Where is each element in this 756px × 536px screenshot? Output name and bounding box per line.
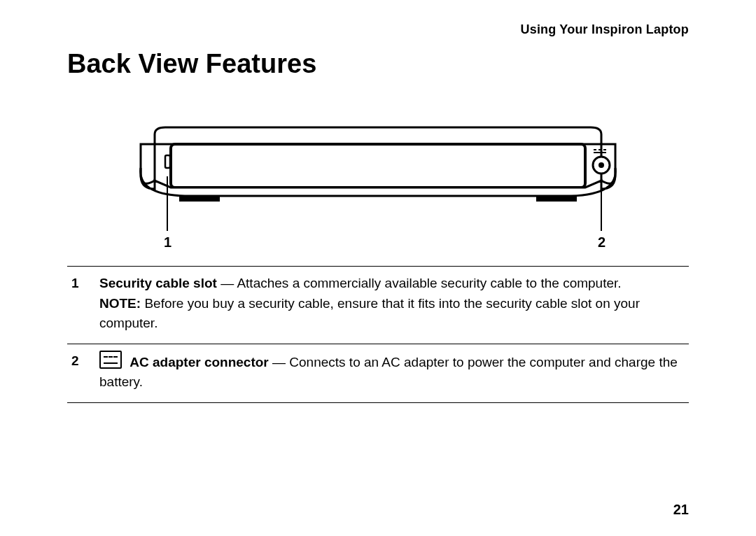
feature-desc: Security cable slot — Attaches a commerc…: [95, 267, 689, 344]
feature-number: 1: [67, 267, 95, 344]
laptop-back-svg: [67, 119, 689, 259]
back-view-diagram: 1 2: [67, 119, 689, 259]
callout-2: 2: [598, 234, 606, 251]
note-text: Before you buy a security cable, ensure …: [99, 296, 640, 331]
svg-point-5: [598, 162, 604, 168]
feature-table: 1 Security cable slot — Attaches a comme…: [67, 266, 689, 403]
svg-rect-2: [536, 196, 577, 202]
page-number: 21: [673, 502, 689, 518]
feature-term: Security cable slot: [99, 276, 217, 290]
running-header: Using Your Inspiron Laptop: [520, 22, 689, 37]
manual-page: Using Your Inspiron Laptop Back View Fea…: [0, 0, 756, 536]
feature-row: 2 AC adapter connector — Connects to an …: [67, 344, 689, 402]
feature-desc: AC adapter connector — Connects to an AC…: [95, 344, 689, 402]
callout-1: 1: [164, 234, 172, 251]
feature-row: 1 Security cable slot — Attaches a comme…: [67, 267, 689, 344]
feature-term: AC adapter connector: [130, 355, 268, 369]
feature-text: — Attaches a commercially available secu…: [217, 276, 622, 290]
dc-power-icon: [99, 351, 122, 369]
note-label: NOTE:: [99, 296, 141, 311]
svg-rect-1: [179, 196, 220, 202]
svg-rect-0: [171, 144, 585, 188]
svg-rect-3: [165, 155, 170, 168]
feature-number: 2: [67, 344, 95, 402]
section-title: Back View Features: [67, 49, 316, 79]
